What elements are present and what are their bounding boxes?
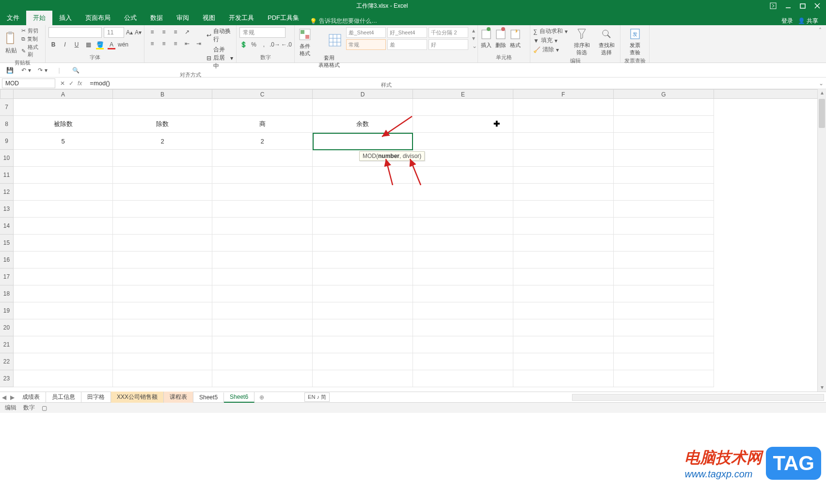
delete-cells-button[interactable]: 删除 [495,27,506,49]
style-item[interactable]: 好_Sheet4 [387,27,427,38]
copy-button[interactable]: ⧉复制 [21,35,42,43]
row-header[interactable]: 16 [0,252,14,268]
align-middle-icon[interactable]: ≡ [159,27,169,37]
cell-styles-gallery[interactable]: 差_Sheet4 好_Sheet4 千位分隔 2 常规 差 好 [346,27,468,50]
row-header[interactable]: 20 [0,319,14,336]
sheet-tab[interactable]: 课程表 [164,392,193,403]
cell[interactable] [212,319,313,336]
decrease-decimal-icon[interactable]: ←.0 [282,40,291,49]
cell[interactable] [413,99,513,116]
cell[interactable] [614,268,714,285]
column-headers[interactable]: A B C D E F G [14,89,817,99]
cell[interactable] [614,150,714,167]
cell[interactable] [513,116,614,133]
cell[interactable] [413,201,513,218]
collapse-ribbon-icon[interactable]: ˄ [814,25,826,63]
cell[interactable] [614,116,714,133]
cell[interactable]: 被除数 [14,116,113,133]
cell[interactable]: 2 [212,133,313,150]
cell[interactable] [14,235,113,252]
close-icon[interactable] [814,3,820,9]
row-header[interactable]: 9 [0,133,14,150]
login-link[interactable]: 登录 [781,17,793,25]
cell[interactable] [212,353,313,370]
font-name-combo[interactable] [48,27,102,38]
ime-indicator[interactable]: EN ♪ 简 [304,393,330,402]
cell[interactable] [513,370,614,387]
cell[interactable] [212,218,313,235]
cell[interactable] [212,370,313,387]
print-preview-icon[interactable]: 🔍 [71,65,80,75]
tab-pdf-tools[interactable]: PDF工具集 [261,11,306,25]
wrap-text-button[interactable]: ↩自动换行 [206,27,233,44]
cell[interactable] [212,302,313,319]
cell[interactable] [113,184,212,201]
align-bottom-icon[interactable]: ≡ [171,27,180,37]
cell[interactable] [113,167,212,184]
cell[interactable] [313,353,413,370]
row-header[interactable]: 17 [0,268,14,285]
paste-button[interactable]: 粘贴 [3,31,19,55]
cell[interactable] [413,133,513,150]
cell[interactable] [513,133,614,150]
row-header[interactable]: 12 [0,184,14,201]
row-header[interactable]: 10 [0,150,14,167]
cell[interactable] [212,268,313,285]
tab-view[interactable]: 视图 [196,11,222,25]
cell[interactable] [513,353,614,370]
cell[interactable] [113,252,212,268]
bold-icon[interactable]: B [48,40,58,49]
tab-insert[interactable]: 插入 [52,11,79,25]
style-item[interactable]: 千位分隔 2 [429,27,468,38]
select-all-triangle[interactable] [0,89,14,99]
cell[interactable] [513,319,614,336]
cell[interactable] [614,319,714,336]
share-button[interactable]: 👤 共享 [798,17,818,25]
maximize-icon[interactable] [800,3,806,9]
increase-decimal-icon[interactable]: .0→ [270,40,280,49]
cell[interactable] [14,218,113,235]
cell[interactable] [113,319,212,336]
cell[interactable] [614,336,714,353]
cell[interactable] [14,167,113,184]
cell[interactable]: 2 [113,133,212,150]
cell[interactable] [313,336,413,353]
horizontal-scrollbar[interactable] [572,394,824,401]
font-color-icon[interactable]: A [107,40,116,49]
add-sheet-icon[interactable]: ⊕ [254,394,269,401]
number-format-combo[interactable] [239,27,286,38]
cell[interactable] [313,268,413,285]
cell[interactable] [14,302,113,319]
cell[interactable] [513,235,614,252]
cell[interactable] [413,218,513,235]
fill-color-icon[interactable]: 🪣 [95,40,105,49]
cells-area[interactable]: 被除数除数商余数522=mod() [14,99,817,387]
ribbon-options-icon[interactable] [770,2,777,9]
sheet-tab[interactable]: XXX公司销售额 [111,392,164,403]
cell[interactable] [413,167,513,184]
tab-data[interactable]: 数据 [143,11,170,25]
format-cells-button[interactable]: 格式 [510,27,521,49]
cell[interactable] [614,285,714,302]
cell[interactable] [313,184,413,201]
insert-cells-button[interactable]: 插入 [481,27,492,49]
cell[interactable] [513,302,614,319]
cell[interactable] [413,370,513,387]
row-header[interactable]: 18 [0,285,14,302]
tab-review[interactable]: 审阅 [170,11,196,25]
macro-record-icon[interactable]: ▢ [42,405,47,411]
cell[interactable] [614,133,714,150]
row-headers[interactable]: 7891011121314151617181920212223 [0,99,14,387]
cell[interactable] [212,336,313,353]
name-box[interactable] [2,79,55,88]
cell[interactable] [513,218,614,235]
col-header[interactable]: F [513,90,614,98]
cancel-formula-icon[interactable]: ✕ [60,80,65,87]
cell[interactable] [413,184,513,201]
align-right-icon[interactable]: ≡ [171,39,180,48]
cell[interactable] [513,201,614,218]
orientation-icon[interactable]: ↗ [182,27,192,37]
cell[interactable] [313,99,413,116]
tab-file[interactable]: 文件 [0,11,26,25]
cell[interactable] [14,319,113,336]
